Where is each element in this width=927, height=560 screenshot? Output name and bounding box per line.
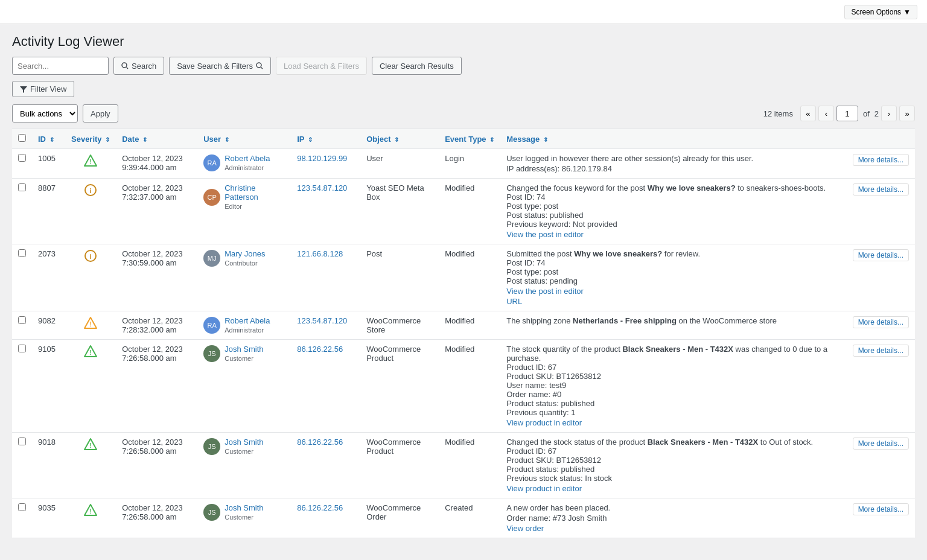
th-user: User ⇕ (197, 129, 291, 149)
log-table: ID ⇕ Severity ⇕ Date ⇕ User ⇕ IP ⇕ (12, 129, 915, 538)
screen-options-button[interactable]: Screen Options ▼ (844, 5, 917, 19)
user-cell: CP Christine Patterson Editor (203, 183, 285, 211)
row-checkbox[interactable] (18, 249, 26, 257)
message-detail-line: Post ID: 74 (506, 258, 840, 267)
message-link[interactable]: View product in editor (506, 418, 582, 427)
load-search-button[interactable]: Load Search & Filters (276, 57, 367, 75)
user-info: Josh Smith Customer (225, 503, 263, 521)
cell-actions: More details... (847, 433, 915, 498)
cell-date: October 12, 20237:26:58.000 am (116, 498, 197, 538)
user-name-link[interactable]: Christine Patterson (225, 183, 285, 202)
row-checkbox[interactable] (18, 438, 26, 445)
ip-link[interactable]: 86.126.22.56 (297, 438, 343, 447)
message-link[interactable]: View product in editor (506, 484, 582, 493)
sort-event-link[interactable]: Event Type ⇕ (445, 135, 494, 144)
search-input[interactable] (12, 57, 109, 75)
ip-link[interactable]: 121.66.8.128 (297, 249, 343, 258)
user-name-link[interactable]: Robert Abela (225, 316, 270, 325)
cell-user: JS Josh Smith Customer (197, 340, 291, 433)
sort-severity-link[interactable]: Severity ⇕ (71, 135, 110, 144)
message-detail-line: Previous quantity: 1 (506, 408, 840, 417)
message-link[interactable]: View the post in editor (506, 230, 584, 239)
th-date: Date ⇕ (116, 129, 197, 149)
user-name-link[interactable]: Josh Smith (225, 503, 263, 512)
cell-actions: More details... (847, 311, 915, 340)
sort-message-link[interactable]: Message ⇕ (506, 135, 548, 144)
message-url-link[interactable]: URL (506, 297, 522, 306)
user-name-link[interactable]: Robert Abela (225, 154, 270, 163)
save-search-button[interactable]: Save Search & Filters (169, 57, 271, 75)
more-details-button[interactable]: More details... (853, 316, 909, 328)
cell-message: User logged in however there are other s… (500, 149, 846, 179)
row-checkbox[interactable] (18, 345, 26, 352)
cell-actions: More details... (847, 149, 915, 179)
message-text: Submitted the post Why we love sneakers?… (506, 249, 840, 258)
sort-user-link[interactable]: User ⇕ (203, 135, 229, 144)
svg-text:i: i (90, 187, 92, 194)
row-checkbox[interactable] (18, 316, 26, 324)
time-text: 7:26:58.000 am (122, 354, 191, 363)
user-name-link[interactable]: Josh Smith (225, 438, 263, 447)
message-link-container: View the post in editor (506, 230, 840, 239)
ip-link[interactable]: 86.126.22.56 (297, 503, 343, 512)
ip-link[interactable]: 98.120.129.99 (297, 154, 347, 163)
apply-button[interactable]: Apply (83, 104, 118, 122)
cell-event-type: Login (439, 149, 500, 179)
th-message: Message ⇕ (500, 129, 846, 149)
message-link[interactable]: View the post in editor (506, 287, 584, 296)
svg-point-2 (256, 63, 261, 68)
cell-object: Yoast SEO Meta Box (360, 179, 439, 244)
message-order-name: Order name: #73 Josh Smith (506, 514, 840, 523)
row-checkbox[interactable] (18, 154, 26, 162)
warning-green-icon: ! (84, 154, 97, 167)
more-details-button[interactable]: More details... (853, 154, 909, 166)
sort-event-icon: ⇕ (489, 136, 494, 143)
last-page-button[interactable]: » (899, 106, 915, 121)
cell-severity: ! (65, 433, 116, 498)
clear-search-button[interactable]: Clear Search Results (372, 57, 462, 75)
message-url-container: URL (506, 297, 840, 306)
first-page-button[interactable]: « (800, 106, 816, 121)
ip-link[interactable]: 123.54.87.120 (297, 183, 347, 192)
ip-link[interactable]: 86.126.22.56 (297, 345, 343, 354)
message-link[interactable]: View order (506, 524, 544, 533)
user-name-link[interactable]: Mary Jones (225, 249, 265, 258)
page-number-input[interactable]: 1 (836, 106, 858, 121)
more-details-button[interactable]: More details... (853, 249, 909, 261)
select-all-checkbox[interactable] (18, 134, 26, 142)
table-body: 1005 ! October 12, 20239:39:44.000 am RA… (12, 149, 915, 538)
more-details-button[interactable]: More details... (853, 345, 909, 357)
cell-ip: 123.54.87.120 (291, 179, 360, 244)
cell-message: Changed the stock status of the product … (500, 433, 846, 498)
sort-id-link[interactable]: ID ⇕ (38, 135, 54, 144)
more-details-button[interactable]: More details... (853, 183, 909, 196)
table-header: ID ⇕ Severity ⇕ Date ⇕ User ⇕ IP ⇕ (12, 129, 915, 149)
bulk-actions-select[interactable]: Bulk actions Delete (12, 104, 78, 122)
cell-user: CP Christine Patterson Editor (197, 179, 291, 244)
cell-actions: More details... (847, 498, 915, 538)
prev-page-button[interactable]: ‹ (818, 106, 834, 121)
user-cell: MJ Mary Jones Contributor (203, 249, 285, 267)
cell-user: MJ Mary Jones Contributor (197, 244, 291, 311)
svg-text:!: ! (89, 442, 91, 449)
sort-date-link[interactable]: Date ⇕ (122, 135, 147, 144)
next-page-button[interactable]: › (881, 106, 897, 121)
row-checkbox[interactable] (18, 503, 26, 511)
date-text: October 12, 2023 (122, 438, 191, 447)
filter-view-button[interactable]: Filter View (12, 81, 74, 97)
cell-actions: More details... (847, 244, 915, 311)
message-link-container: View product in editor (506, 418, 840, 427)
cell-date: October 12, 20239:39:44.000 am (116, 149, 197, 179)
cell-ip: 121.66.8.128 (291, 244, 360, 311)
cell-object: WooCommerce Store (360, 311, 439, 340)
user-name-link[interactable]: Josh Smith (225, 345, 263, 354)
sort-object-link[interactable]: Object ⇕ (366, 135, 399, 144)
cell-object: WooCommerce Product (360, 433, 439, 498)
row-checkbox[interactable] (18, 183, 26, 191)
more-details-button[interactable]: More details... (853, 438, 909, 450)
warning-orange-icon: ! (84, 316, 97, 329)
sort-ip-link[interactable]: IP ⇕ (297, 135, 313, 144)
search-button[interactable]: Search (113, 57, 164, 75)
more-details-button[interactable]: More details... (853, 503, 909, 515)
ip-link[interactable]: 123.54.87.120 (297, 316, 347, 325)
